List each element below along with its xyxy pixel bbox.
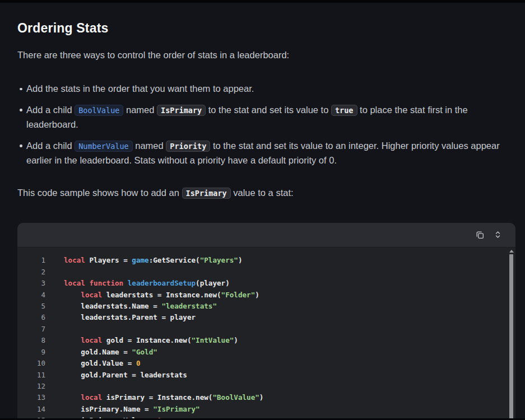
code-token-pl: gold.Name = bbox=[64, 348, 132, 356]
text-run: named bbox=[133, 141, 166, 151]
code-line-content: gold.Name = "Gold" bbox=[45, 348, 157, 356]
list-item: Add the stats in the order that you want… bbox=[17, 82, 509, 96]
code-token-str: "IntValue" bbox=[192, 336, 234, 344]
inline-code: Priority bbox=[166, 141, 210, 152]
expand-collapse-icon bbox=[495, 230, 501, 239]
text-run: to the stat and set its value to bbox=[206, 105, 331, 115]
code-line-content: gold.Parent = leaderstats bbox=[45, 371, 187, 379]
inline-code: IsPrimary bbox=[182, 188, 231, 199]
code-line: 2 bbox=[17, 266, 515, 277]
code-token-pl: ) bbox=[238, 256, 243, 264]
article-content: Ordering Stats There are three ways to c… bbox=[0, 0, 525, 420]
page-title: Ordering Stats bbox=[17, 0, 515, 36]
code-token-pl: leaderstats = Instance.new( bbox=[102, 291, 221, 299]
code-token-kw: local bbox=[81, 393, 102, 402]
code-token-pl: gold.Parent = leaderstats bbox=[64, 371, 187, 379]
top-edge-strip bbox=[0, 0, 525, 3]
intro-paragraph: There are three ways to control the orde… bbox=[17, 49, 515, 62]
code-token-kw: local bbox=[81, 291, 102, 299]
code-line-content: local leaderstats = Instance.new("Folder… bbox=[45, 291, 259, 299]
code-line-content: isPrimary.Name = "IsPrimary" bbox=[45, 405, 200, 413]
code-line-content: leaderstats.Name = "leaderstats" bbox=[45, 302, 217, 310]
code-body: 1local Players = game:GetService("Player… bbox=[17, 248, 515, 420]
line-number: 7 bbox=[17, 325, 45, 333]
copy-icon bbox=[475, 230, 485, 240]
code-token-pl bbox=[64, 393, 81, 402]
code-line: 9 gold.Name = "Gold" bbox=[17, 346, 515, 357]
code-token-pl: isPrimary.Name = bbox=[64, 405, 153, 413]
code-token-str: "leaderstats" bbox=[161, 302, 217, 310]
expand-code-button[interactable] bbox=[493, 228, 503, 241]
code-token-pl bbox=[64, 291, 81, 299]
code-intro-paragraph: This code sample shows how to add an IsP… bbox=[17, 186, 515, 200]
code-token-pl: gold = Instance.new( bbox=[102, 336, 191, 344]
text-run: named bbox=[123, 105, 157, 115]
code-line: 7 bbox=[17, 323, 515, 334]
inline-code-link[interactable]: NumberValue bbox=[75, 141, 132, 152]
code-line: 4 local leaderstats = Instance.new("Fold… bbox=[17, 289, 515, 300]
text-run: Add the stats in the order that you want… bbox=[26, 83, 254, 94]
line-number: 4 bbox=[17, 291, 45, 299]
line-number: 1 bbox=[17, 256, 45, 264]
inline-code-link[interactable]: BoolValue bbox=[75, 105, 123, 116]
code-token-pl: ) bbox=[255, 291, 259, 299]
code-line: 10 gold.Value = 0 bbox=[17, 357, 515, 368]
line-number: 6 bbox=[17, 313, 45, 321]
code-line-content: local gold = Instance.new("IntValue") bbox=[45, 336, 238, 344]
copy-code-button[interactable] bbox=[473, 228, 487, 242]
line-number: 14 bbox=[17, 405, 45, 413]
code-line: 14 isPrimary.Name = "IsPrimary" bbox=[17, 403, 515, 414]
inline-code: IsPrimary bbox=[157, 105, 206, 116]
bullet-marker bbox=[20, 144, 22, 147]
code-line-content: leaderstats.Parent = player bbox=[45, 313, 196, 321]
code-token-str: "Gold" bbox=[132, 348, 157, 356]
bullet-list: Add the stats in the order that you want… bbox=[17, 82, 515, 168]
code-line: 5 leaderstats.Name = "leaderstats" bbox=[17, 300, 515, 311]
line-number: 8 bbox=[17, 336, 45, 344]
code-token-str: "Folder" bbox=[221, 291, 255, 299]
code-block: 1local Players = game:GetService("Player… bbox=[17, 223, 515, 420]
bullet-marker bbox=[20, 88, 22, 91]
code-line-content: local isPrimary = Instance.new("BoolValu… bbox=[45, 393, 263, 402]
code-token-kw: function bbox=[90, 279, 124, 287]
code-token-num: 0 bbox=[136, 359, 141, 367]
line-number: 13 bbox=[17, 393, 45, 402]
text-run: Add a child bbox=[26, 141, 75, 151]
code-token-pl: isPrimary = Instance.new( bbox=[102, 393, 212, 402]
code-scrollbar[interactable] bbox=[509, 249, 514, 420]
code-token-pl: gold.Value = bbox=[64, 359, 136, 367]
text-run: Add a child bbox=[26, 105, 75, 115]
code-token-pl: ) bbox=[259, 393, 264, 402]
code-token-pl: ) bbox=[234, 336, 238, 344]
code-line: 12 bbox=[17, 380, 515, 391]
code-token-pl: :GetService( bbox=[149, 256, 200, 264]
code-token-fn: leaderboardSetup bbox=[128, 279, 196, 287]
line-number: 3 bbox=[17, 279, 45, 287]
code-token-pl: Players = bbox=[85, 256, 132, 264]
line-number: 2 bbox=[17, 268, 45, 276]
list-item: Add a child BoolValue named IsPrimary to… bbox=[17, 103, 509, 132]
line-number: 10 bbox=[17, 359, 45, 367]
code-token-pl: (player) bbox=[196, 279, 230, 287]
code-block-toolbar bbox=[17, 223, 515, 248]
code-line: 6 leaderstats.Parent = player bbox=[17, 312, 515, 323]
code-token-pl bbox=[123, 279, 128, 287]
code-token-kw: local bbox=[64, 279, 85, 287]
bullet-marker bbox=[20, 109, 22, 111]
code-token-str: "Players" bbox=[200, 256, 238, 264]
code-token-kw: local bbox=[64, 256, 85, 264]
line-number: 5 bbox=[17, 302, 45, 310]
list-item: Add a child NumberValue named Priority t… bbox=[17, 139, 509, 168]
code-token-str: "IsPrimary" bbox=[153, 405, 199, 413]
code-line: 1local Players = game:GetService("Player… bbox=[17, 255, 515, 266]
code-line-content: local function leaderboardSetup(player) bbox=[45, 279, 230, 287]
text-run: value to a stat: bbox=[231, 188, 294, 198]
code-token-pl: leaderstats.Name = bbox=[64, 302, 161, 310]
scrollbar-up-arrow[interactable] bbox=[509, 250, 514, 253]
code-line-content: gold.Value = 0 bbox=[45, 359, 141, 367]
code-token-str: "BoolValue" bbox=[212, 393, 259, 402]
code-line: 3local function leaderboardSetup(player) bbox=[17, 277, 515, 288]
scrollbar-thumb[interactable] bbox=[509, 254, 513, 420]
line-number: 9 bbox=[17, 348, 45, 356]
line-number: 12 bbox=[17, 382, 45, 390]
